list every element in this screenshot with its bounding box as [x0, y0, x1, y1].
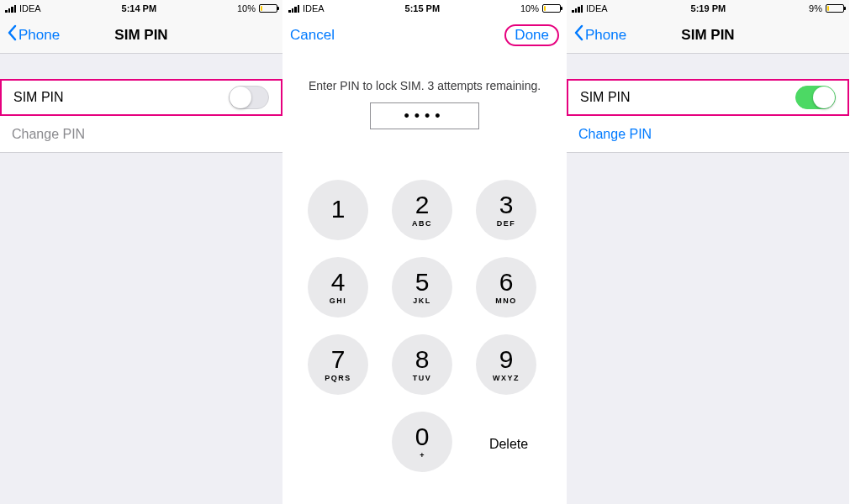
- battery-percent: 10%: [237, 3, 256, 13]
- keypad-key-6[interactable]: 6 MNO: [476, 257, 536, 318]
- change-pin-row[interactable]: Change PIN: [567, 116, 849, 153]
- back-button[interactable]: Phone: [7, 24, 60, 45]
- battery-percent: 9%: [809, 3, 822, 13]
- pin-prompt: Enter PIN to lock SIM. 3 attempts remain…: [283, 79, 566, 92]
- cancel-label: Cancel: [290, 27, 335, 44]
- battery-icon: [259, 4, 277, 13]
- nav-bar: Cancel Done: [283, 17, 566, 54]
- signal-icon: [5, 4, 16, 13]
- clock-label: 5:14 PM: [122, 3, 157, 13]
- chevron-left-icon: [573, 24, 583, 45]
- sim-pin-switch[interactable]: [795, 86, 836, 109]
- battery-icon: [826, 4, 844, 13]
- nav-bar: Phone SIM PIN: [0, 17, 282, 54]
- change-pin-label: Change PIN: [12, 127, 85, 142]
- sim-pin-label: SIM PIN: [13, 90, 64, 105]
- pin-field[interactable]: ••••: [370, 102, 479, 129]
- done-label: Done: [515, 26, 549, 45]
- sim-pin-row[interactable]: SIM PIN: [0, 79, 282, 116]
- signal-icon: [572, 4, 583, 13]
- status-bar: IDEA 5:19 PM 9%: [567, 0, 849, 17]
- battery-icon: [542, 4, 561, 13]
- change-pin-row: Change PIN: [0, 116, 282, 153]
- keypad-key-4[interactable]: 4 GHI: [308, 257, 368, 318]
- pin-masked-value: ••••: [404, 108, 445, 125]
- signal-icon: [288, 4, 299, 13]
- screen-sim-pin-on: IDEA 5:19 PM 9% Phone SIM PIN SIM PIN Ch…: [567, 0, 850, 504]
- delete-label: Delete: [489, 437, 528, 452]
- keypad-key-5[interactable]: 5 JKL: [392, 257, 452, 318]
- back-button[interactable]: Phone: [573, 24, 626, 45]
- change-pin-label: Change PIN: [578, 127, 652, 142]
- keypad-key-7[interactable]: 7 PQRS: [308, 334, 368, 395]
- screen-sim-pin-off: IDEA 5:14 PM 10% Phone SIM PIN SIM PIN C…: [0, 0, 283, 504]
- keypad-key-9[interactable]: 9 WXYZ: [476, 334, 536, 395]
- screen-pin-entry: IDEA 5:15 PM 10% Cancel Done Enter PIN t…: [283, 0, 567, 504]
- keypad-key-8[interactable]: 8 TUV: [392, 334, 452, 395]
- nav-bar: Phone SIM PIN: [567, 17, 849, 54]
- carrier-label: IDEA: [303, 3, 325, 13]
- keypad-spacer: [308, 412, 368, 472]
- keypad-delete-button[interactable]: Delete: [476, 412, 541, 477]
- keypad-key-2[interactable]: 2 ABC: [392, 180, 452, 240]
- carrier-label: IDEA: [19, 3, 41, 13]
- chevron-left-icon: [7, 24, 17, 45]
- back-label: Phone: [18, 27, 60, 44]
- status-bar: IDEA 5:15 PM 10%: [283, 0, 566, 17]
- status-bar: IDEA 5:14 PM 10%: [0, 0, 282, 17]
- battery-percent: 10%: [520, 3, 539, 13]
- sim-pin-label: SIM PIN: [580, 90, 631, 105]
- numeric-keypad: 1 2 ABC 3 DEF 4 GHI 5 JKL 6 MNO 7 PQRS 8: [283, 180, 566, 477]
- keypad-key-3[interactable]: 3 DEF: [476, 180, 536, 240]
- sim-pin-switch[interactable]: [229, 86, 269, 109]
- done-button[interactable]: Done: [504, 24, 559, 46]
- keypad-key-0[interactable]: 0 +: [392, 412, 452, 472]
- carrier-label: IDEA: [586, 3, 608, 13]
- clock-label: 5:15 PM: [405, 3, 441, 13]
- clock-label: 5:19 PM: [691, 3, 726, 13]
- back-label: Phone: [585, 27, 626, 44]
- cancel-button[interactable]: Cancel: [290, 27, 335, 44]
- keypad-key-1[interactable]: 1: [308, 180, 368, 240]
- sim-pin-row[interactable]: SIM PIN: [567, 79, 849, 116]
